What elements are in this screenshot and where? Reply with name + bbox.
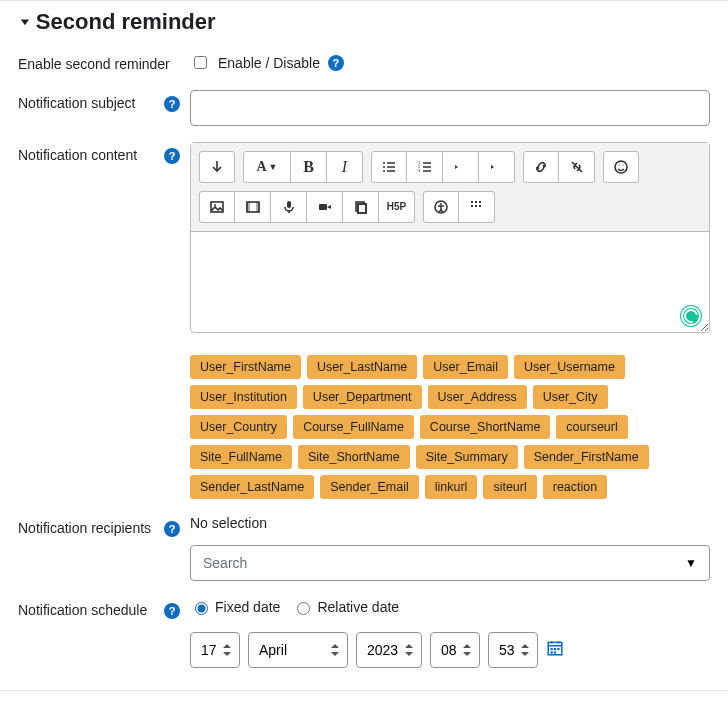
row-subject: Notification subject ? [0, 82, 728, 134]
date-controls: 17 April 2023 08 53 [190, 632, 710, 668]
svg-rect-12 [287, 201, 291, 208]
schedule-fixed-option[interactable]: Fixed date [190, 599, 280, 615]
placeholder-tag[interactable]: linkurl [425, 475, 478, 499]
year-select[interactable]: 2023 [356, 632, 422, 668]
schedule-relative-option[interactable]: Relative date [292, 599, 399, 615]
editor-textarea[interactable] [191, 232, 709, 332]
label-enable: Enable second reminder [18, 55, 170, 74]
outdent-button[interactable] [443, 151, 479, 183]
ordered-list-button[interactable]: 123 [407, 151, 443, 183]
help-icon[interactable]: ? [328, 55, 344, 71]
svg-point-0 [383, 162, 385, 164]
row-schedule-date: 17 April 2023 08 53 [0, 628, 728, 676]
section-header[interactable]: ▼ Second reminder [0, 9, 728, 43]
accessibility-checker-button[interactable] [423, 191, 459, 223]
bold-button[interactable]: B [291, 151, 327, 183]
svg-rect-24 [479, 205, 481, 207]
help-icon[interactable]: ? [164, 603, 180, 619]
record-audio-button[interactable] [271, 191, 307, 223]
image-button[interactable] [199, 191, 235, 223]
placeholder-tag[interactable]: Site_FullName [190, 445, 292, 469]
fixed-date-radio[interactable] [195, 602, 208, 615]
expand-toolbar-button[interactable] [199, 151, 235, 183]
placeholder-tag[interactable]: Course_FullName [293, 415, 414, 439]
calendar-icon[interactable] [546, 639, 564, 660]
placeholder-tag[interactable]: User_Username [514, 355, 625, 379]
svg-rect-15 [358, 204, 366, 213]
svg-rect-28 [557, 648, 559, 650]
help-icon[interactable]: ? [164, 148, 180, 164]
section-title: Second reminder [36, 9, 216, 35]
row-content: Notification content ? A▼ B I 123 [0, 134, 728, 507]
svg-rect-30 [554, 652, 556, 654]
svg-rect-23 [475, 205, 477, 207]
month-select[interactable]: April [248, 632, 348, 668]
recipients-search-placeholder: Search [203, 555, 247, 571]
placeholder-tag[interactable]: User_Institution [190, 385, 297, 409]
placeholder-tag[interactable]: Sender_FirstName [524, 445, 649, 469]
day-select[interactable]: 17 [190, 632, 240, 668]
paragraph-style-button[interactable]: A▼ [243, 151, 291, 183]
placeholder-tag[interactable]: siteurl [483, 475, 536, 499]
hour-select[interactable]: 08 [430, 632, 480, 668]
label-schedule: Notification schedule [18, 601, 147, 620]
rich-text-editor: A▼ B I 123 [190, 142, 710, 333]
second-reminder-panel: ▼ Second reminder Enable second reminder… [0, 0, 728, 691]
placeholder-tag[interactable]: Sender_Email [320, 475, 419, 499]
svg-point-7 [618, 164, 619, 165]
row-recipients: Notification recipients ? No selection S… [0, 507, 728, 589]
placeholder-tag[interactable]: Site_Summary [416, 445, 518, 469]
placeholder-tag[interactable]: User_Department [303, 385, 422, 409]
svg-rect-20 [475, 201, 477, 203]
unlink-button[interactable] [559, 151, 595, 183]
placeholder-tag[interactable]: User_Email [423, 355, 508, 379]
grammarly-icon[interactable] [681, 306, 701, 326]
h5p-button[interactable]: H5P [379, 191, 415, 223]
svg-point-8 [622, 164, 623, 165]
placeholder-tag[interactable]: User_Country [190, 415, 287, 439]
indent-button[interactable] [479, 151, 515, 183]
placeholder-tag[interactable]: Course_ShortName [420, 415, 550, 439]
placeholder-tag[interactable]: reaction [543, 475, 607, 499]
placeholder-tag[interactable]: Sender_LastName [190, 475, 314, 499]
enable-checkbox[interactable] [194, 56, 207, 69]
record-video-button[interactable] [307, 191, 343, 223]
label-content: Notification content [18, 146, 137, 165]
emoji-button[interactable] [603, 151, 639, 183]
placeholder-tag[interactable]: User_LastName [307, 355, 417, 379]
svg-point-1 [383, 166, 385, 168]
label-subject: Notification subject [18, 94, 136, 113]
placeholder-tag[interactable]: Site_ShortName [298, 445, 410, 469]
help-icon[interactable]: ? [164, 521, 180, 537]
minute-select[interactable]: 53 [488, 632, 538, 668]
schedule-mode-radios: Fixed date Relative date [190, 597, 710, 615]
svg-rect-9 [211, 202, 223, 212]
recipients-search-select[interactable]: Search ▼ [190, 545, 710, 581]
svg-rect-22 [471, 205, 473, 207]
subject-input[interactable] [190, 90, 710, 126]
italic-button[interactable]: I [327, 151, 363, 183]
svg-text:3: 3 [418, 168, 421, 173]
relative-date-radio[interactable] [297, 602, 310, 615]
svg-point-18 [440, 203, 442, 205]
screenreader-helper-button[interactable] [459, 191, 495, 223]
row-enable: Enable second reminder Enable / Disable … [0, 43, 728, 82]
placeholder-tags: User_FirstNameUser_LastNameUser_EmailUse… [190, 355, 710, 499]
placeholder-tag[interactable]: User_City [533, 385, 608, 409]
caret-down-icon: ▼ [685, 556, 697, 570]
svg-rect-26 [551, 648, 553, 650]
manage-files-button[interactable] [343, 191, 379, 223]
unordered-list-button[interactable] [371, 151, 407, 183]
svg-rect-29 [551, 652, 553, 654]
enable-toggle-label: Enable / Disable [218, 55, 320, 71]
placeholder-tag[interactable]: User_Address [428, 385, 527, 409]
help-icon[interactable]: ? [164, 96, 180, 112]
link-button[interactable] [523, 151, 559, 183]
chevron-down-icon: ▼ [18, 16, 32, 27]
placeholder-tag[interactable]: User_FirstName [190, 355, 301, 379]
label-recipients: Notification recipients [18, 519, 151, 538]
svg-rect-21 [479, 201, 481, 203]
placeholder-tag[interactable]: courseurl [556, 415, 627, 439]
svg-point-10 [214, 204, 216, 206]
media-button[interactable] [235, 191, 271, 223]
